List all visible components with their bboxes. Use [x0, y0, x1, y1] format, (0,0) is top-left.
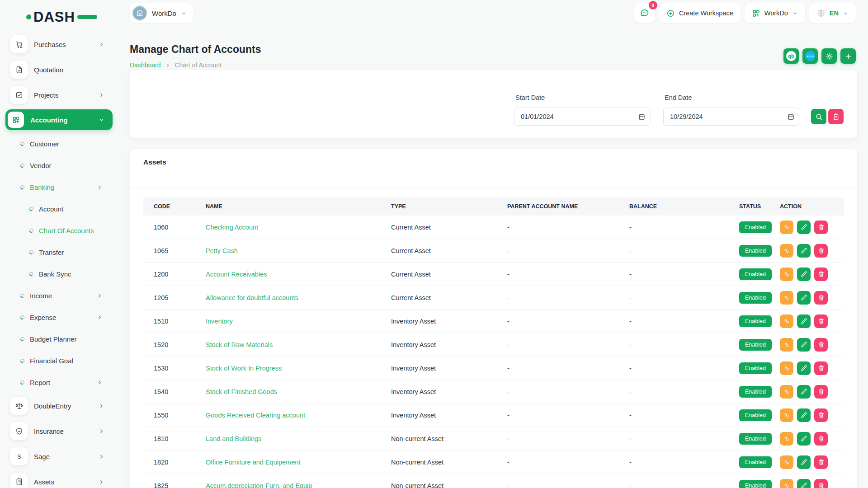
transactions-button[interactable]: [780, 314, 793, 328]
create-workspace-button[interactable]: Create Workspace: [659, 3, 741, 23]
account-name-link[interactable]: Land and Buildings: [206, 435, 261, 442]
delete-button[interactable]: [814, 479, 828, 488]
delete-button[interactable]: [814, 385, 828, 399]
account-name-link[interactable]: Petty Cash: [206, 247, 238, 254]
delete-button[interactable]: [814, 432, 828, 446]
start-date-field[interactable]: [514, 108, 651, 125]
transactions-button[interactable]: [780, 291, 793, 305]
breadcrumb-dashboard-link[interactable]: Dashboard: [130, 61, 161, 69]
add-account-button[interactable]: [840, 48, 856, 64]
search-button[interactable]: [811, 109, 826, 124]
cell-balance: -: [629, 294, 739, 301]
table-row: 1550Goods Received Clearing accountInven…: [143, 404, 844, 427]
sidebar-item-assets[interactable]: Assets: [0, 469, 120, 488]
calendar-icon[interactable]: [787, 113, 795, 121]
delete-button[interactable]: [814, 314, 828, 328]
grid-plus-icon: [752, 9, 760, 18]
edit-button[interactable]: [797, 244, 811, 258]
sidebar-item-bank-sync[interactable]: Bank Sync: [0, 263, 120, 285]
sidebar-item-accounting[interactable]: Accounting: [5, 109, 113, 130]
transactions-button[interactable]: [780, 479, 793, 488]
quickbooks-button[interactable]: qb: [783, 48, 799, 64]
account-name-link[interactable]: Stock of Finished Goods: [206, 388, 277, 395]
edit-button[interactable]: [797, 408, 811, 422]
edit-button[interactable]: [797, 314, 811, 328]
edit-button[interactable]: [797, 291, 811, 305]
notification-badge: 0: [649, 1, 657, 9]
edit-button[interactable]: [797, 432, 811, 446]
sidebar-item-sage[interactable]: SSage: [0, 444, 120, 469]
edit-button[interactable]: [797, 221, 811, 234]
delete-button[interactable]: [814, 408, 828, 422]
sidebar-item-projects[interactable]: Projects: [0, 82, 120, 108]
edit-button[interactable]: [797, 385, 811, 399]
transactions-button[interactable]: [780, 221, 793, 234]
transactions-button[interactable]: [780, 244, 793, 258]
start-date-input[interactable]: [514, 108, 651, 126]
sidebar-item-quotation[interactable]: Quotation: [0, 57, 120, 82]
xero-button[interactable]: xero: [802, 48, 818, 64]
app-switcher-button[interactable]: WorkDo: [745, 3, 805, 23]
language-selector[interactable]: EN: [809, 3, 856, 23]
sidebar-item-income[interactable]: Income: [0, 285, 120, 306]
sidebar-item-insurance[interactable]: Insurance: [0, 418, 120, 444]
cell-actions: [780, 267, 844, 281]
sidebar-item-expense[interactable]: Expense: [0, 306, 120, 328]
messages-button[interactable]: 0: [634, 3, 655, 23]
delete-button[interactable]: [814, 361, 828, 375]
calendar-icon[interactable]: [638, 113, 646, 121]
workspace-selector[interactable]: WorkDo: [130, 3, 193, 23]
edit-button[interactable]: [797, 361, 811, 375]
sidebar-item-doubleentry[interactable]: DoubleEntry: [0, 393, 120, 418]
transactions-button[interactable]: [780, 408, 793, 422]
end-date-field[interactable]: [664, 108, 800, 125]
edit-button[interactable]: [797, 479, 811, 488]
delete-button[interactable]: [814, 338, 828, 352]
sidebar-item-purchases[interactable]: Purchases: [0, 32, 120, 57]
transactions-button[interactable]: [780, 385, 793, 399]
edit-button[interactable]: [797, 338, 811, 352]
sidebar-item-chart-of-accounts[interactable]: Chart Of Accounts: [0, 220, 120, 241]
account-name-link[interactable]: Inventory: [206, 318, 233, 325]
account-name-link[interactable]: Account Receivables: [206, 271, 267, 278]
edit-button[interactable]: [797, 455, 811, 469]
sidebar-item-banking[interactable]: Banking: [0, 176, 120, 198]
transactions-button[interactable]: [780, 267, 793, 281]
delete-button[interactable]: [814, 244, 828, 258]
delete-button[interactable]: [814, 221, 828, 234]
settings-button[interactable]: [821, 48, 837, 64]
account-name-link[interactable]: Office Furniture and Equipement: [206, 459, 300, 466]
edit-button[interactable]: [797, 267, 811, 281]
section-title: Assets: [143, 158, 166, 166]
sidebar-item-vendor[interactable]: Vendor: [0, 155, 120, 176]
brand-logo[interactable]: DASH: [26, 10, 97, 24]
sidebar-item-account[interactable]: Account: [0, 198, 120, 220]
sidebar-item-financial-goal[interactable]: Financial Goal: [0, 350, 120, 371]
chevron-right-icon: [99, 92, 104, 98]
sidebar-item-customer[interactable]: Customer: [0, 133, 120, 155]
activity-icon: [783, 318, 790, 324]
sidebar-item-budget-planner[interactable]: Budget Planner: [0, 328, 120, 350]
cell-code: 1510: [143, 318, 206, 325]
transactions-button[interactable]: [780, 361, 793, 375]
account-name-link[interactable]: Allowance for doubtful accounts: [206, 294, 298, 301]
clear-filter-icon: [832, 113, 840, 121]
end-date-input[interactable]: [663, 108, 800, 126]
account-name-link[interactable]: Stock of Work In Progress: [206, 365, 282, 372]
delete-button[interactable]: [814, 291, 828, 305]
delete-button[interactable]: [814, 455, 828, 469]
account-name-link[interactable]: Accum.depreciation-Furn. and Equip: [206, 482, 312, 488]
transactions-button[interactable]: [780, 338, 793, 352]
sidebar-item-report[interactable]: Report: [0, 371, 120, 393]
account-name-link[interactable]: Stock of Raw Materials: [206, 341, 273, 348]
sidebar-item-transfer[interactable]: Transfer: [0, 241, 120, 263]
sidebar-item-label: Report: [30, 379, 50, 386]
cart-icon: [10, 35, 28, 53]
transactions-button[interactable]: [780, 455, 793, 469]
delete-button[interactable]: [814, 267, 828, 281]
sidebar-item-label: Transfer: [39, 249, 64, 256]
reset-filter-button[interactable]: [828, 109, 844, 124]
account-name-link[interactable]: Checking Account: [206, 224, 258, 231]
transactions-button[interactable]: [780, 432, 793, 446]
account-name-link[interactable]: Goods Received Clearing account: [206, 412, 305, 419]
